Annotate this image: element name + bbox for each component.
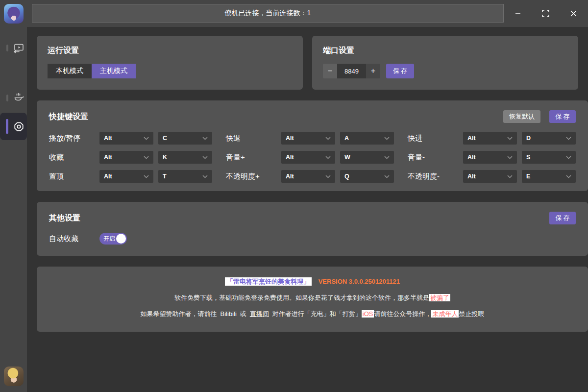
hotkey-settings-title: 快捷键设置	[49, 112, 88, 122]
chevron-down-icon	[325, 156, 331, 159]
content: 运行设置 本机模式 主机模式 端口设置 − 8849 + 保存 快捷键设置	[27, 27, 588, 392]
select-value: A	[344, 135, 349, 142]
key-select[interactable]: Q	[340, 170, 394, 183]
chevron-down-icon	[507, 137, 513, 140]
select-value: Alt	[104, 135, 112, 142]
user-avatar[interactable]	[4, 367, 24, 386]
connection-status-banner: 僚机已连接，当前连接数：1	[32, 4, 504, 23]
chevron-down-icon	[144, 137, 149, 140]
chevron-down-icon	[384, 156, 390, 159]
frying-pan-icon	[13, 92, 24, 104]
select-value: Alt	[104, 154, 112, 161]
close-icon	[570, 10, 577, 17]
key-select[interactable]: T	[158, 170, 212, 183]
notice-text: 如果希望赞助作者，请前往	[141, 310, 217, 318]
hotkey-label: 快退	[226, 134, 281, 143]
port-value-field[interactable]: 8849	[337, 64, 366, 78]
maximize-button[interactable]	[532, 0, 560, 27]
modifier-select[interactable]: Alt	[99, 132, 153, 145]
sidebar	[0, 0, 27, 392]
modifier-select[interactable]: Alt	[463, 151, 517, 164]
key-select[interactable]: D	[522, 132, 576, 145]
modifier-select[interactable]: Alt	[463, 170, 517, 183]
chevron-down-icon	[325, 175, 331, 178]
select-value: C	[163, 135, 167, 142]
minimize-button[interactable]	[504, 0, 532, 27]
nav-indicator	[6, 95, 8, 101]
modifier-select[interactable]: Alt	[281, 151, 335, 164]
maximize-icon	[542, 10, 549, 17]
host-mode-button[interactable]: 主机模式	[92, 64, 136, 78]
close-button[interactable]	[560, 0, 588, 27]
sidebar-item-settings[interactable]	[0, 113, 27, 140]
app-name: 「雷电将军烹饪的美食料理」	[225, 277, 312, 286]
hotkey-label: 不透明度+	[226, 172, 281, 181]
connection-status-text: 僚机已连接，当前连接数：1	[225, 9, 311, 18]
run-settings-title: 运行设置	[48, 46, 292, 56]
auto-favorite-toggle[interactable]: 开启	[99, 233, 127, 245]
modifier-select[interactable]: Alt	[281, 170, 335, 183]
notice-text: 或	[240, 310, 246, 318]
hotkey-row: 收藏 Alt K 音量+ Alt W 音量- Alt S	[49, 151, 576, 164]
minimize-icon	[514, 10, 521, 17]
notice-text: 对作者进行「充电」和「打赏」	[272, 310, 362, 318]
other-save-button[interactable]: 保存	[549, 212, 576, 224]
hotkey-settings-panel: 快捷键设置 恢复默认 保存 播放/暂停 Alt C 快退 Alt A 快进 Al…	[37, 100, 588, 191]
sidebar-item-cooking[interactable]	[0, 88, 27, 108]
key-select[interactable]: A	[340, 132, 394, 145]
run-mode-switch: 本机模式 主机模式	[48, 64, 292, 78]
sidebar-item-player[interactable]	[0, 38, 27, 58]
nav-indicator	[6, 45, 8, 51]
bilibili-link[interactable]: Bilibili	[220, 310, 237, 318]
chevron-down-icon	[566, 156, 571, 159]
select-value: Alt	[286, 154, 294, 161]
port-settings-title: 端口设置	[323, 46, 567, 56]
chevron-down-icon	[202, 156, 208, 159]
main-area: 僚机已连接，当前连接数：1 运行设置 本机模式 主机模式	[27, 0, 588, 392]
restore-default-button[interactable]: 恢复默认	[503, 110, 540, 123]
key-select[interactable]: K	[158, 151, 212, 164]
chevron-down-icon	[384, 175, 390, 178]
key-select[interactable]: C	[158, 132, 212, 145]
hotkey-label: 不透明度-	[408, 172, 463, 181]
hotkey-label: 音量+	[226, 153, 281, 162]
key-select[interactable]: S	[522, 151, 576, 164]
auto-favorite-label: 自动收藏	[49, 234, 99, 244]
hotkey-label: 音量-	[408, 153, 463, 162]
about-panel: 「雷电将军烹饪的美食料理」 VERSION 3.0.0.2501201121 软…	[37, 267, 588, 332]
select-value: Q	[344, 173, 349, 180]
chevron-down-icon	[144, 175, 149, 178]
key-select[interactable]: W	[340, 151, 394, 164]
hotkey-label: 收藏	[49, 153, 99, 162]
other-settings-panel: 其他设置 保存 自动收藏 开启	[37, 202, 588, 256]
key-select[interactable]: E	[522, 170, 576, 183]
hotkey-save-button[interactable]: 保存	[549, 110, 576, 123]
select-value: Alt	[286, 135, 294, 142]
chevron-down-icon	[325, 137, 331, 140]
port-settings-panel: 端口设置 − 8849 + 保存	[312, 36, 578, 90]
chevron-down-icon	[507, 156, 513, 159]
select-value: Alt	[467, 173, 476, 180]
toggle-state-text: 开启	[103, 235, 115, 243]
live-room-link[interactable]: 直播间	[250, 310, 269, 318]
run-settings-panel: 运行设置 本机模式 主机模式	[37, 36, 303, 90]
modifier-select[interactable]: Alt	[463, 132, 517, 145]
select-value: W	[344, 154, 350, 161]
port-save-button[interactable]: 保存	[386, 64, 414, 78]
app-avatar[interactable]	[4, 4, 24, 24]
select-value: T	[163, 173, 167, 180]
monitor-play-icon	[13, 42, 24, 54]
modifier-select[interactable]: Alt	[281, 132, 335, 145]
settings-gear-icon	[13, 121, 25, 133]
hotkey-label: 播放/暂停	[49, 134, 99, 143]
modifier-select[interactable]: Alt	[99, 170, 153, 183]
chevron-down-icon	[144, 156, 149, 159]
modifier-select[interactable]: Alt	[99, 151, 153, 164]
select-value: Alt	[104, 173, 112, 180]
select-value: Alt	[467, 154, 476, 161]
port-increment-button[interactable]: +	[366, 64, 380, 78]
local-mode-button[interactable]: 本机模式	[48, 64, 92, 78]
port-decrement-button[interactable]: −	[323, 64, 337, 78]
hotkey-label: 快进	[408, 134, 463, 143]
title-bar: 僚机已连接，当前连接数：1	[27, 0, 588, 27]
